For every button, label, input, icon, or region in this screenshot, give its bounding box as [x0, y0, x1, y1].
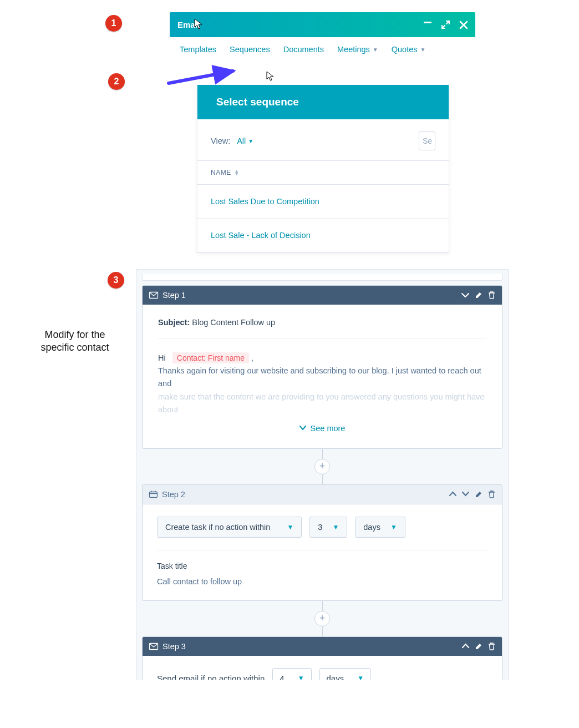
badge-2-number: 2 [114, 77, 119, 87]
delay-number-dropdown[interactable]: 3 ▼ [309, 517, 347, 538]
email-icon [149, 292, 158, 299]
move-down-icon[interactable] [462, 492, 469, 497]
step-badge-2: 2 [108, 73, 125, 90]
email-body-line2: make sure that the content we are provid… [158, 392, 484, 414]
subject-label: Subject: [158, 318, 190, 327]
delay-unit-dropdown[interactable]: days ▼ [355, 517, 405, 538]
sequence-row[interactable]: Lost Sale - Lack of Decision [197, 219, 449, 252]
composer-header: Email [170, 12, 475, 37]
cursor-icon [266, 71, 275, 82]
composer-tabs: Templates Sequences Documents Meetings ▼… [170, 37, 475, 59]
sequence-editor: Step 1 Subject: Blog Content Follow up H… [136, 269, 509, 680]
svg-line-0 [169, 71, 233, 83]
add-step-button[interactable]: + [314, 611, 330, 626]
email-composer: Email Templates Sequences Documents Meet… [170, 12, 475, 59]
connector-line [322, 626, 323, 636]
task-title-value: Call contact to follow up [157, 577, 487, 586]
column-header-name[interactable]: NAME ▲▼ [197, 160, 449, 185]
connector-line [322, 449, 323, 459]
move-up-icon[interactable] [462, 644, 469, 649]
caret-down-icon: ▼ [390, 523, 397, 531]
view-filter-dropdown[interactable]: All ▼ [237, 136, 253, 145]
close-icon[interactable] [460, 21, 468, 29]
subject-value: Blog Content Follow up [192, 318, 275, 327]
see-more-button[interactable]: See more [158, 416, 486, 435]
sequence-row[interactable]: Lost Sales Due to Competition [197, 185, 449, 219]
minimize-icon[interactable] [424, 22, 431, 23]
delete-icon[interactable] [488, 291, 495, 299]
annotation-label: Modify for the specific contact [31, 328, 119, 355]
previous-card-tail [142, 274, 502, 281]
collapse-icon[interactable] [461, 292, 469, 298]
connector-line [322, 601, 323, 611]
delay-number-dropdown[interactable]: 4 ▼ [272, 668, 311, 680]
annotation-line1: Modify for the [31, 328, 119, 341]
expand-icon[interactable] [441, 21, 450, 29]
chevron-down-icon [299, 426, 306, 431]
tab-quotes[interactable]: Quotes ▼ [392, 45, 426, 54]
personalization-token[interactable]: Contact: First name [172, 352, 249, 363]
connector-line [322, 474, 323, 484]
step3-title: Step 3 [162, 642, 186, 651]
select-sequence-panel: Select sequence View: All ▼ Se NAME ▲▼ L… [197, 85, 449, 253]
divider [158, 338, 486, 338]
tab-meetings-label: Meetings [337, 45, 370, 54]
tab-sequences[interactable]: Sequences [230, 45, 270, 54]
badge-1-number: 1 [111, 18, 116, 28]
tab-meetings[interactable]: Meetings ▼ [337, 45, 378, 54]
svg-rect-2 [150, 492, 158, 498]
step1-title: Step 1 [162, 291, 186, 300]
email-body-line1: Thanks again for visiting our website an… [158, 366, 481, 388]
email-icon [149, 643, 158, 650]
email-greeting: Hi [158, 353, 166, 362]
step1-body: Subject: Blog Content Follow up Hi Conta… [143, 305, 502, 448]
delay-unit-dropdown[interactable]: days ▼ [319, 668, 372, 680]
see-more-label: See more [311, 424, 346, 433]
step3-condition-text: Send email if no action within [157, 674, 265, 680]
search-input[interactable]: Se [419, 132, 435, 150]
step-connector: + [136, 601, 508, 636]
window-controls [424, 21, 468, 29]
step-connector: + [136, 449, 508, 484]
step-badge-1: 1 [105, 15, 122, 32]
edit-icon[interactable] [475, 291, 482, 299]
step-card-3: Step 3 Send email if no action within 4 … [142, 636, 502, 680]
email-body-preview: Hi Contact: First name , Thanks again fo… [158, 352, 486, 416]
sort-icon: ▲▼ [235, 170, 239, 175]
step3-body: Send email if no action within 4 ▼ days … [143, 656, 502, 680]
step2-header: Step 2 [143, 485, 502, 504]
step3-condition-row: Send email if no action within 4 ▼ days … [157, 668, 487, 680]
step2-body: Create task if no action within ▼ 3 ▼ da… [143, 504, 502, 600]
step3-header: Step 3 [143, 637, 502, 656]
delete-icon[interactable] [488, 491, 495, 498]
tab-templates[interactable]: Templates [180, 45, 216, 54]
delay-unit-value: days [327, 674, 344, 680]
task-icon [149, 491, 158, 498]
delete-icon[interactable] [488, 643, 495, 650]
step-badge-3: 3 [108, 272, 124, 289]
caret-down-icon: ▼ [420, 47, 426, 53]
edit-icon[interactable] [475, 491, 482, 498]
move-up-icon[interactable] [449, 492, 456, 497]
task-title-label: Task title [157, 562, 487, 570]
add-step-button[interactable]: + [314, 459, 330, 474]
annotation-line2: specific contact [31, 341, 119, 354]
delay-number-value: 4 [280, 674, 284, 680]
badge-3-number: 3 [114, 275, 119, 285]
caret-down-icon: ▼ [373, 47, 378, 53]
tab-documents[interactable]: Documents [283, 45, 324, 54]
tab-quotes-label: Quotes [392, 45, 418, 54]
condition-value: Create task if no action within [165, 523, 270, 532]
caret-down-icon: ▼ [248, 138, 253, 144]
step2-condition-row: Create task if no action within ▼ 3 ▼ da… [157, 517, 487, 538]
condition-dropdown[interactable]: Create task if no action within ▼ [157, 517, 302, 538]
edit-icon[interactable] [475, 643, 482, 650]
divider [157, 550, 487, 550]
arrow-annotation [167, 69, 240, 86]
view-label: View: [211, 136, 230, 145]
caret-down-icon: ▼ [287, 523, 293, 531]
view-filter-value: All [237, 136, 246, 145]
composer-title: Email [177, 20, 424, 29]
subject-line: Subject: Blog Content Follow up [158, 318, 486, 327]
caret-down-icon: ▼ [332, 523, 339, 531]
